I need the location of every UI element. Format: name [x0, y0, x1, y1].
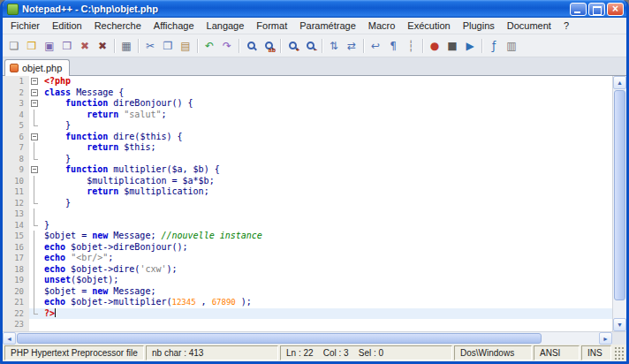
scroll-right-icon[interactable]: ►	[599, 332, 612, 345]
sync-vertical-scroll-icon[interactable]: ⇅	[325, 37, 343, 55]
fold-box-marker[interactable]	[29, 98, 41, 110]
menu-bar: FichierEditionRechercheAffichageLangageF…	[3, 18, 626, 34]
code-line[interactable]: 8 }	[3, 154, 612, 165]
code-line[interactable]: 9 function multiplier($a, $b) {	[3, 164, 612, 176]
code-line[interactable]: 15$objet = new Message; //nouvelle insta…	[3, 231, 612, 242]
status-eol-format[interactable]: Dos\Windows	[454, 345, 532, 360]
code-line[interactable]: 13	[3, 209, 612, 220]
code-line[interactable]: 11 return $multiplication;	[3, 186, 612, 198]
open-folder-icon[interactable]: ❒	[23, 37, 41, 55]
line-number: 6	[3, 132, 29, 143]
menu-langage[interactable]: Langage	[201, 19, 251, 33]
code-line[interactable]: 16echo $objet->direBonjour();	[3, 242, 612, 254]
code-line[interactable]: 3 function direBonjour() {	[3, 98, 612, 110]
toolbar-separator	[422, 39, 423, 53]
save-all-icon[interactable]: ❒	[58, 37, 76, 55]
code-line[interactable]: 14}	[3, 220, 612, 231]
code-line[interactable]: 6 function dire($this) {	[3, 132, 612, 143]
toolbar-separator	[363, 39, 364, 53]
undo-icon[interactable]: ↶	[201, 37, 218, 55]
horizontal-scrollbar[interactable]: ◄ ►	[3, 332, 612, 345]
code-line[interactable]: 23	[3, 319, 612, 330]
code-line[interactable]: 21echo $objet->multiplier(12345, 67890);	[3, 297, 612, 308]
close-all-icon[interactable]: ✖	[94, 37, 111, 55]
new-file-icon[interactable]: ❏	[5, 37, 23, 55]
print-icon[interactable]: ▦	[117, 37, 135, 55]
code-line[interactable]: 18echo $objet->dire('cxw');	[3, 264, 612, 276]
window-controls	[568, 3, 624, 16]
status-encoding[interactable]: ANSI	[534, 345, 580, 360]
zoom-out-icon[interactable]: −	[301, 37, 319, 55]
vertical-scrollbar[interactable]: ▲ ▼	[612, 76, 626, 331]
menu-fichier[interactable]: Fichier	[4, 19, 46, 33]
menu-edition[interactable]: Edition	[46, 19, 88, 33]
title-bar[interactable]: Notepad++ - C:\php\objet.php	[3, 0, 626, 18]
code-editor[interactable]: 1<?php2class Message {3 function direBon…	[3, 76, 612, 331]
code-text: ?>	[41, 308, 612, 320]
minimize-button[interactable]	[570, 3, 587, 16]
code-line[interactable]: 4 return "salut";	[3, 110, 612, 121]
menu-affichage[interactable]: Affichage	[148, 19, 201, 33]
fold-line-marker	[29, 264, 41, 276]
maximize-button[interactable]	[588, 3, 605, 16]
fold-line-marker	[29, 275, 41, 286]
menu-paramétrage[interactable]: Paramétrage	[293, 19, 362, 33]
document-map-icon[interactable]: ▥	[503, 37, 520, 55]
sync-horizontal-scroll-icon[interactable]: ⇄	[343, 37, 360, 55]
cut-icon[interactable]: ✂	[141, 37, 159, 55]
play-macro-icon[interactable]: ▶	[461, 37, 479, 55]
copy-icon[interactable]: ❐	[159, 37, 177, 55]
scroll-down-icon[interactable]: ▼	[613, 318, 626, 331]
record-macro-icon[interactable]: ●	[426, 37, 443, 55]
scroll-up-icon[interactable]: ▲	[613, 76, 626, 89]
menu-format[interactable]: Format	[250, 19, 293, 33]
code-text: }	[41, 120, 612, 132]
close-file-icon[interactable]: ✖	[76, 37, 94, 55]
paste-icon[interactable]: ▤	[177, 37, 194, 55]
show-all-characters-icon[interactable]: ¶	[384, 37, 402, 55]
horizontal-scroll-thumb[interactable]	[17, 333, 542, 344]
line-number: 2	[3, 87, 29, 99]
scroll-left-icon[interactable]: ◄	[3, 332, 16, 345]
close-button[interactable]	[607, 3, 624, 16]
fold-box-marker[interactable]	[29, 76, 41, 87]
text-caret	[55, 308, 56, 317]
word-wrap-icon[interactable]: ↩	[367, 37, 384, 55]
menu-recherche[interactable]: Recherche	[88, 19, 148, 33]
indent-guide-icon[interactable]: ┆	[402, 37, 420, 55]
menu-exécution[interactable]: Exécution	[401, 19, 456, 33]
code-line[interactable]: 7 return $this;	[3, 142, 612, 154]
code-line[interactable]: 5 }	[3, 120, 612, 132]
menu-plugins[interactable]: Plugins	[457, 19, 501, 33]
save-icon[interactable]: ▣	[41, 37, 58, 55]
vertical-scroll-thumb[interactable]	[614, 90, 625, 300]
status-cursor-position: Ln : 22 Col : 3 Sel : 0	[280, 345, 452, 360]
code-line[interactable]: 10 $multiplication = $a*$b;	[3, 176, 612, 187]
code-line[interactable]: 22?>	[3, 308, 612, 320]
tab-file[interactable]: objet.php	[4, 59, 70, 76]
find-replace-icon[interactable]: ab	[260, 37, 277, 55]
fold-box-marker[interactable]	[29, 164, 41, 176]
line-number: 21	[3, 297, 29, 308]
menu-macro[interactable]: Macro	[362, 19, 402, 33]
code-line[interactable]: 19unset($objet);	[3, 275, 612, 286]
status-typing-mode[interactable]: INS	[581, 345, 611, 360]
resize-grip[interactable]	[613, 345, 625, 360]
code-line[interactable]: 2class Message {	[3, 87, 612, 99]
line-number: 9	[3, 164, 29, 176]
zoom-in-icon[interactable]: +	[284, 37, 301, 55]
code-line[interactable]: 17echo "<br/>";	[3, 253, 612, 264]
menu-help[interactable]: ?	[557, 19, 575, 33]
function-list-icon[interactable]: ƒ	[485, 37, 503, 55]
redo-icon[interactable]: ↷	[218, 37, 236, 55]
vertical-scroll-track[interactable]	[613, 89, 626, 318]
fold-box-marker[interactable]	[29, 132, 41, 143]
horizontal-scroll-track[interactable]	[16, 332, 599, 345]
find-icon[interactable]	[242, 37, 260, 55]
code-line[interactable]: 20$objet = new Message;	[3, 286, 612, 298]
code-line[interactable]: 12 }	[3, 198, 612, 209]
stop-record-icon[interactable]: ■	[443, 37, 461, 55]
code-line[interactable]: 1<?php	[3, 76, 612, 87]
fold-box-marker[interactable]	[29, 87, 41, 99]
menu-document[interactable]: Document	[501, 19, 557, 33]
